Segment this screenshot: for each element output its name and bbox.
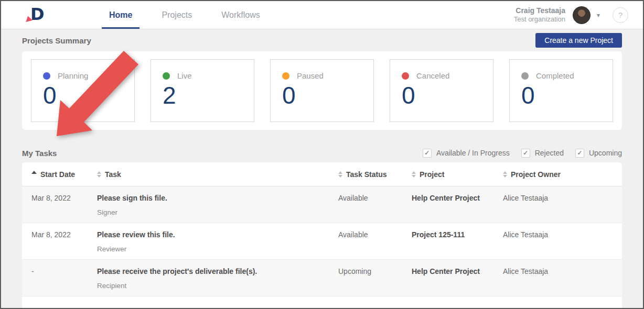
top-navigation-bar: D Home Projects Workflows Craig Testaaja… — [1, 1, 643, 29]
app-logo[interactable]: D — [26, 1, 49, 29]
top-right-cluster: Craig Testaaja Test organization ▾ ? — [514, 1, 628, 29]
canceled-status-dot-icon — [402, 72, 409, 80]
task-status: Available — [338, 194, 412, 216]
user-name: Craig Testaaja — [514, 6, 565, 16]
column-header-start-date[interactable]: Start Date — [31, 170, 97, 179]
chevron-down-icon[interactable]: ▾ — [596, 9, 601, 21]
my-tasks-header: My Tasks ✓ Available / In Progress ✓ Rej… — [22, 144, 622, 162]
card-canceled[interactable]: Canceled 0 — [390, 59, 493, 122]
logo-icon: D — [26, 5, 49, 25]
task-start-date: - — [31, 267, 97, 290]
card-count: 0 — [43, 83, 124, 107]
task-filters: ✓ Available / In Progress ✓ Rejected ✓ U… — [423, 149, 622, 158]
card-label: Live — [177, 71, 192, 80]
logo-letter: D — [30, 4, 45, 24]
card-label: Canceled — [416, 71, 449, 80]
user-organization: Test organization — [514, 15, 565, 24]
task-start-date: Mar 8, 2022 — [31, 230, 97, 253]
card-count: 0 — [402, 83, 482, 107]
task-project-owner: Alice Testaaja — [503, 230, 613, 253]
projects-summary-header: Projects Summary Create a new Project — [22, 29, 622, 51]
my-tasks-panel: Start Date Task Task Status Project Proj… — [22, 162, 622, 309]
task-role: Reviewer — [97, 245, 338, 253]
card-count: 2 — [163, 83, 243, 107]
task-start-date: Mar 8, 2022 — [31, 194, 97, 216]
table-row[interactable]: Mar 8, 2022 Please sign this file. Signe… — [22, 186, 622, 223]
sort-icon — [412, 171, 416, 178]
card-label: Paused — [297, 71, 324, 80]
task-project: Project 125-111 — [412, 230, 503, 253]
app-window: D Home Projects Workflows Craig Testaaja… — [0, 0, 644, 309]
task-project: Help Center Project — [412, 267, 503, 290]
table-row[interactable]: Mar 8, 2022 Please review this file. Rev… — [22, 223, 622, 260]
sort-icon — [97, 171, 101, 178]
completed-status-dot-icon — [521, 72, 529, 80]
task-title: Please receive the project's deliverable… — [97, 267, 338, 275]
task-title: Please sign this file. — [97, 194, 338, 202]
table-row[interactable]: - Please receive the project's deliverab… — [22, 260, 622, 296]
tab-home[interactable]: Home — [102, 1, 139, 29]
main-content: Projects Summary Create a new Project Pl… — [1, 29, 643, 309]
card-label: Planning — [58, 71, 88, 80]
help-button[interactable]: ? — [613, 7, 628, 23]
task-project-owner: Alice Testaaja — [503, 267, 613, 290]
live-status-dot-icon — [163, 72, 170, 80]
filter-rejected[interactable]: ✓ Rejected — [521, 149, 564, 158]
filter-available-in-progress[interactable]: ✓ Available / In Progress — [423, 149, 510, 158]
create-project-button[interactable]: Create a new Project — [535, 33, 622, 48]
main-nav: Home Projects Workflows — [102, 1, 267, 29]
card-count: 0 — [521, 83, 602, 107]
task-role: Signer — [97, 208, 338, 216]
checkbox-checked-icon[interactable]: ✓ — [575, 149, 584, 158]
task-status: Available — [338, 230, 412, 253]
paused-status-dot-icon — [282, 72, 289, 80]
checkbox-checked-icon[interactable]: ✓ — [423, 149, 432, 158]
column-header-project[interactable]: Project — [412, 170, 503, 179]
card-planning[interactable]: Planning 0 — [31, 59, 135, 122]
card-live[interactable]: Live 2 — [151, 59, 254, 122]
task-project: Help Center Project — [412, 194, 503, 216]
column-header-task-status[interactable]: Task Status — [338, 170, 412, 179]
column-header-project-owner[interactable]: Project Owner — [503, 170, 613, 179]
card-paused[interactable]: Paused 0 — [270, 59, 374, 122]
task-role: Recipient — [97, 282, 338, 290]
sort-icon — [503, 171, 507, 178]
planning-status-dot-icon — [43, 72, 50, 80]
my-tasks-title: My Tasks — [22, 149, 57, 158]
table-header-row: Start Date Task Task Status Project Proj… — [22, 162, 622, 186]
task-project-owner: Alice Testaaja — [503, 194, 613, 216]
card-count: 0 — [282, 83, 363, 107]
user-info: Craig Testaaja Test organization — [514, 6, 565, 24]
card-completed[interactable]: Completed 0 — [509, 59, 613, 122]
projects-summary-panel: Planning 0 Live 2 Paused 0 — [22, 51, 622, 130]
task-title: Please review this file. — [97, 230, 338, 239]
sort-icon — [338, 171, 342, 178]
checkbox-checked-icon[interactable]: ✓ — [521, 149, 530, 158]
tab-projects[interactable]: Projects — [154, 1, 199, 29]
column-header-task[interactable]: Task — [97, 170, 338, 179]
sort-asc-icon — [31, 171, 37, 174]
card-label: Completed — [536, 71, 574, 80]
projects-summary-title: Projects Summary — [22, 36, 91, 45]
avatar[interactable] — [573, 6, 591, 24]
task-status: Upcoming — [338, 267, 412, 290]
help-icon: ? — [618, 10, 622, 19]
tab-workflows[interactable]: Workflows — [214, 1, 267, 29]
filter-upcoming[interactable]: ✓ Upcoming — [575, 149, 622, 158]
